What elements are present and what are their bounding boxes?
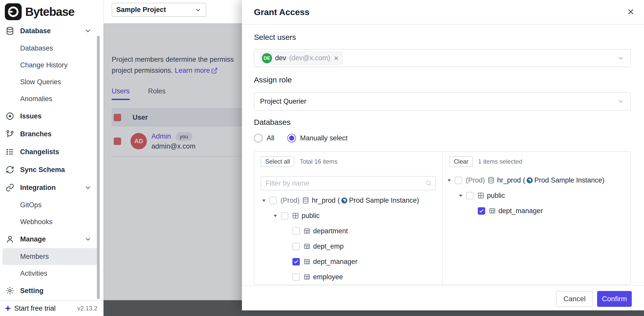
- environment-label: (Prod): [466, 176, 485, 184]
- chevron-down-icon: [617, 54, 625, 62]
- transfer-target-pane: Clear 1 items selected (Prod)hr_prod(Pro…: [443, 152, 630, 284]
- sidebar-item-label: Integration: [20, 184, 56, 192]
- sidebar-item-label: Members: [20, 253, 49, 261]
- database-icon: [6, 27, 14, 35]
- close-icon[interactable]: [626, 7, 635, 16]
- sidebar-item-anomalies[interactable]: Anomalies: [3, 90, 97, 107]
- sidebar-item-change-history[interactable]: Change History: [3, 57, 97, 74]
- confirm-button[interactable]: Confirm: [597, 291, 632, 307]
- check-icon: [479, 208, 484, 214]
- select-users-label: Select users: [254, 33, 296, 42]
- environment-label: (Prod): [280, 197, 300, 204]
- cancel-button[interactable]: Cancel: [556, 291, 593, 307]
- tree-checkbox[interactable]: [292, 258, 300, 265]
- tree-row-employee: employee: [254, 269, 442, 284]
- search-icon: [425, 180, 432, 187]
- tree-row-public: public: [443, 188, 630, 203]
- sidebar-item-members[interactable]: Members: [3, 248, 97, 265]
- bytebase-logo[interactable]: Bytebase: [5, 3, 74, 20]
- sidebar-item-label: Slow Queries: [20, 78, 61, 86]
- sidebar-item-label: Branches: [20, 130, 51, 138]
- caret-down-icon[interactable]: [261, 197, 267, 204]
- logo-text: Bytebase: [25, 5, 74, 19]
- sidebar-item-changelists[interactable]: Changelists: [3, 143, 97, 161]
- table-icon: [303, 243, 311, 250]
- radio-all-circle[interactable]: [254, 134, 263, 142]
- sidebar-item-label: Issues: [20, 112, 42, 120]
- radio-manually-select[interactable]: Manually select: [287, 134, 347, 142]
- chevron-down-icon: [195, 6, 202, 14]
- sidebar-item-sync-schema[interactable]: Sync Schema: [3, 161, 97, 179]
- select-all-button[interactable]: Select all: [261, 156, 294, 167]
- user-multiselect[interactable]: DE dev (dev@x.com): [254, 49, 631, 67]
- version-label: v2.13.2: [77, 305, 97, 312]
- sidebar-item-setting[interactable]: Setting: [3, 282, 97, 300]
- sidebar-item-slow-queries[interactable]: Slow Queries: [3, 74, 97, 90]
- user-icon: [6, 235, 14, 244]
- tree-node-name: public: [302, 212, 320, 220]
- postgres-instance-icon: [526, 177, 533, 184]
- tree-checkbox[interactable]: [269, 197, 277, 204]
- link-icon: [6, 183, 14, 192]
- role-select[interactable]: Project Querier: [254, 92, 631, 111]
- sidebar-item-database[interactable]: Database: [3, 22, 97, 40]
- app-root: Bytebase DatabaseDatabasesChange History…: [0, 0, 644, 316]
- sidebar-item-label: Change History: [20, 61, 68, 69]
- drawer-header: Grant Access: [242, 0, 644, 25]
- sidebar-item-manage[interactable]: Manage: [3, 230, 97, 248]
- sidebar-item-label: Databases: [20, 44, 53, 52]
- sidebar-item-activities[interactable]: Activities: [3, 265, 97, 282]
- tree-checkbox[interactable]: [292, 273, 300, 281]
- tree-node-name: hr_prod: [312, 197, 336, 204]
- radio-all[interactable]: All: [254, 134, 274, 142]
- sidebar-item-gitops[interactable]: GitOps: [3, 197, 97, 213]
- tree-node-name: department: [313, 227, 348, 235]
- sidebar-scrollbar[interactable]: [97, 36, 100, 299]
- selected-items-label: 1 items selected: [478, 158, 522, 165]
- circledot-icon: [6, 112, 14, 120]
- tree-checkbox[interactable]: [292, 227, 300, 235]
- target-pane-header: Clear 1 items selected: [449, 156, 630, 167]
- tree-checkbox[interactable]: [478, 207, 485, 215]
- tree-row-dept-manager: dept_manager: [443, 203, 630, 218]
- source-tree: (Prod)hr_prod(Prod Sample Instance)publi…: [254, 193, 442, 284]
- databases-label: Databases: [254, 118, 290, 127]
- sidebar-item-label: Manage: [20, 235, 46, 243]
- trial-label: Start free trial: [14, 305, 56, 312]
- table-icon: [489, 207, 496, 214]
- transfer-source-pane: Select all Total 16 items (Prod)hr_prod(…: [254, 152, 443, 284]
- sidebar-item-label: Setting: [20, 287, 44, 295]
- sidebar-item-integration[interactable]: Integration: [3, 179, 97, 197]
- database-icon: [487, 177, 495, 184]
- caret-down-icon[interactable]: [457, 192, 464, 199]
- project-select-value: Sample Project: [116, 6, 166, 14]
- sidebar: Bytebase DatabaseDatabasesChange History…: [0, 0, 104, 316]
- sidebar-item-label: Webhooks: [20, 218, 53, 226]
- target-tree: (Prod)hr_prod(Prod Sample Instance)publi…: [443, 173, 630, 218]
- sidebar-item-branches[interactable]: Branches: [3, 125, 97, 143]
- tree-checkbox[interactable]: [455, 177, 462, 184]
- database-icon: [302, 197, 309, 204]
- bytebase-logo-icon: [5, 3, 22, 20]
- sidebar-item-label: Sync Schema: [20, 166, 65, 174]
- chevron-down-icon: [84, 235, 92, 243]
- caret-down-icon[interactable]: [272, 212, 279, 219]
- tree-checkbox[interactable]: [292, 243, 300, 250]
- radio-manual-circle[interactable]: [287, 134, 296, 142]
- remove-user-icon[interactable]: [333, 55, 339, 61]
- sidebar-item-databases[interactable]: Databases: [3, 40, 97, 57]
- sidebar-item-label: GitOps: [20, 201, 42, 209]
- sidebar-item-issues[interactable]: Issues: [3, 107, 97, 125]
- sidebar-footer: Start free trial v2.13.2: [0, 300, 104, 316]
- filter-input[interactable]: [261, 176, 436, 190]
- tree-checkbox[interactable]: [281, 212, 288, 220]
- sidebar-item-webhooks[interactable]: Webhooks: [3, 213, 97, 230]
- project-select[interactable]: Sample Project: [112, 3, 206, 17]
- tree-checkbox[interactable]: [466, 192, 474, 199]
- clear-button[interactable]: Clear: [449, 156, 473, 167]
- caret-down-icon[interactable]: [446, 177, 453, 184]
- start-free-trial-button[interactable]: Start free trial: [4, 305, 56, 312]
- tree-row-dept-emp: dept_emp: [254, 239, 442, 254]
- tree-row-hr-prod: (Prod)hr_prod(Prod Sample Instance): [443, 173, 630, 188]
- filter-field: [261, 176, 436, 190]
